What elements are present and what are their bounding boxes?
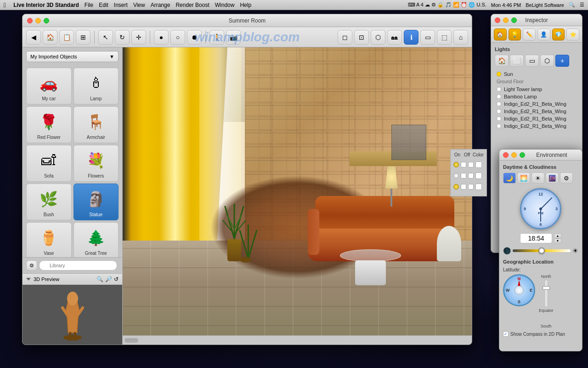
- object-item-sofa[interactable]: 🛋 Sofa: [26, 145, 72, 182]
- light-item-bamboo[interactable]: Bamboo Lamp: [495, 93, 578, 100]
- brightness-thumb[interactable]: [538, 247, 545, 254]
- toolbar-back-btn[interactable]: ◀: [26, 30, 41, 45]
- inspector-btn-gem[interactable]: 💎: [552, 29, 565, 40]
- imported-objects-dropdown[interactable]: My Imported Objects ▼: [26, 51, 119, 62]
- toolbar-move-btn[interactable]: ✛: [131, 30, 146, 45]
- light-on-1[interactable]: [461, 162, 466, 167]
- object-item-lamp[interactable]: 🕯 Lamp: [74, 68, 119, 104]
- toolbar-circle-btn[interactable]: ●: [154, 30, 169, 45]
- light-item-indigo-2[interactable]: Indigo_Ed2_R1_Beta_Wing: [495, 108, 578, 115]
- toolbar-list-btn[interactable]: 📋: [59, 30, 74, 45]
- light-off-1[interactable]: [468, 162, 474, 167]
- canvas-area[interactable]: [123, 47, 472, 345]
- env-btn-noon[interactable]: ☀: [531, 172, 544, 184]
- light-color-3[interactable]: [475, 184, 482, 190]
- env-btn-custom[interactable]: ⚙: [560, 172, 573, 184]
- env-btn-dusk[interactable]: 🌆: [546, 172, 559, 184]
- light-item-tower-lamp[interactable]: Light Tower lamp: [495, 86, 578, 93]
- menu-help[interactable]: Help: [240, 2, 251, 8]
- preview-toggle-icon[interactable]: [26, 278, 31, 281]
- minimize-button[interactable]: [35, 18, 41, 23]
- latitude-thumb[interactable]: [543, 286, 550, 290]
- light-type-btn-4[interactable]: ⬡: [540, 55, 554, 67]
- compass[interactable]: N S E W: [503, 274, 535, 306]
- env-maximize-btn[interactable]: [520, 152, 525, 158]
- toolbar-camera-btn[interactable]: 📷: [226, 30, 241, 45]
- maximize-button[interactable]: [44, 18, 49, 23]
- time-down-btn[interactable]: ▼: [554, 239, 561, 243]
- sidebar-settings-btn[interactable]: ⚙: [26, 260, 37, 270]
- inspector-btn-star[interactable]: ⭐: [566, 29, 579, 40]
- inspector-btn-bulb[interactable]: 💡: [509, 29, 521, 40]
- toolbar-ring-btn[interactable]: ○: [170, 30, 185, 45]
- inspector-btn-person[interactable]: 👤: [537, 29, 550, 40]
- light-item-indigo-3[interactable]: Indigo_Ed2_R1_Beta_Wing: [495, 115, 578, 122]
- toolbar-cam2-btn[interactable]: ⬚: [437, 30, 452, 45]
- horizontal-scrollbar-thumb[interactable]: [124, 338, 138, 343]
- object-item-my-car[interactable]: 🚗 My car: [26, 68, 72, 104]
- light-item-indigo-4[interactable]: Indigo_Ed2_R1_Beta_Wing: [495, 122, 578, 130]
- menubar-search-icon[interactable]: 🔍: [569, 2, 575, 8]
- toolbar-view-btn[interactable]: ⊡: [354, 30, 369, 45]
- toolbar-info-btn[interactable]: ℹ: [404, 30, 418, 45]
- object-item-armchair[interactable]: 🪑 Armchair: [74, 106, 119, 143]
- light-off-2[interactable]: [468, 173, 474, 178]
- menu-view[interactable]: View: [133, 2, 145, 8]
- show-compass-checkbox[interactable]: ✓: [503, 331, 509, 337]
- toolbar-select-btn[interactable]: ↖: [98, 30, 113, 45]
- menu-insert[interactable]: Insert: [114, 2, 128, 8]
- object-item-great-tree[interactable]: 🌲 Great Tree: [74, 222, 119, 257]
- menubar-menu-icon[interactable]: ☰: [580, 2, 584, 8]
- light-color-2[interactable]: [475, 172, 482, 179]
- inspector-minimize-btn[interactable]: [503, 17, 509, 23]
- app-name[interactable]: Live Interior 3D Standard: [13, 2, 79, 8]
- toolbar-3d-btn[interactable]: ⬡: [371, 30, 385, 45]
- light-item-sun[interactable]: Sun: [495, 70, 578, 78]
- toolbar-grid-btn[interactable]: ⊞: [76, 30, 90, 45]
- toolbar-scene-btn[interactable]: 🏘: [387, 30, 402, 45]
- light-color-1[interactable]: [475, 161, 482, 168]
- light-add-btn[interactable]: +: [555, 55, 569, 67]
- toolbar-person-btn[interactable]: 🚶: [209, 30, 224, 45]
- object-item-flowers[interactable]: 💐 Flowers: [74, 145, 119, 182]
- env-btn-dawn[interactable]: 🌅: [517, 172, 530, 184]
- light-off-3[interactable]: [468, 184, 474, 190]
- object-item-vase[interactable]: ⚱️ Vase: [26, 222, 72, 257]
- object-item-statue[interactable]: 🗿 Statue: [74, 184, 119, 220]
- object-item-red-flower[interactable]: 🌹 Red Flower: [26, 106, 72, 143]
- latitude-slider[interactable]: [544, 280, 548, 307]
- env-close-btn[interactable]: [503, 152, 509, 158]
- inspector-maximize-btn[interactable]: [511, 17, 517, 23]
- library-search-input[interactable]: [39, 260, 117, 270]
- menu-window[interactable]: Window: [215, 2, 235, 8]
- inspector-close-btn[interactable]: [495, 17, 500, 23]
- light-item-indigo-1[interactable]: Indigo_Ed2_R1_Beta_Wing: [495, 100, 578, 108]
- light-on-3[interactable]: [461, 184, 466, 190]
- menu-render-boost[interactable]: Render Boost: [175, 2, 209, 8]
- inspector-btn-house[interactable]: 🏠: [494, 29, 507, 40]
- refresh-icon[interactable]: ↺: [114, 276, 119, 282]
- env-btn-night[interactable]: 🌙: [503, 172, 516, 184]
- light-on-2[interactable]: [461, 173, 466, 178]
- light-type-btn-1[interactable]: 🏠: [495, 55, 509, 67]
- zoom-out-icon[interactable]: 🔎: [105, 276, 112, 282]
- object-item-bush[interactable]: 🌿 Bush: [26, 184, 72, 220]
- menu-arrange[interactable]: Arrange: [151, 2, 170, 8]
- toolbar-house-btn[interactable]: ⌂: [453, 30, 468, 45]
- menu-edit[interactable]: Edit: [99, 2, 108, 8]
- zoom-in-icon[interactable]: 🔍: [96, 276, 103, 282]
- toolbar-home-btn[interactable]: 🏠: [43, 30, 57, 45]
- toolbar-record-btn[interactable]: ⏺: [187, 30, 202, 45]
- env-minimize-btn[interactable]: [511, 152, 517, 158]
- close-button[interactable]: [27, 18, 33, 23]
- toolbar-box-btn[interactable]: ◻: [338, 30, 352, 45]
- inspector-btn-edit[interactable]: ✏️: [523, 29, 536, 40]
- light-type-btn-3[interactable]: ▭: [525, 55, 539, 67]
- toolbar-rotate-btn[interactable]: ↻: [115, 30, 130, 45]
- light-type-btn-2[interactable]: ⬜: [510, 55, 524, 67]
- time-up-btn[interactable]: ▲: [554, 234, 561, 238]
- menu-file[interactable]: File: [85, 2, 93, 8]
- toolbar-floor-btn[interactable]: ▭: [420, 30, 435, 45]
- apple-menu[interactable]: : [4, 1, 6, 9]
- brightness-slider[interactable]: [513, 249, 571, 252]
